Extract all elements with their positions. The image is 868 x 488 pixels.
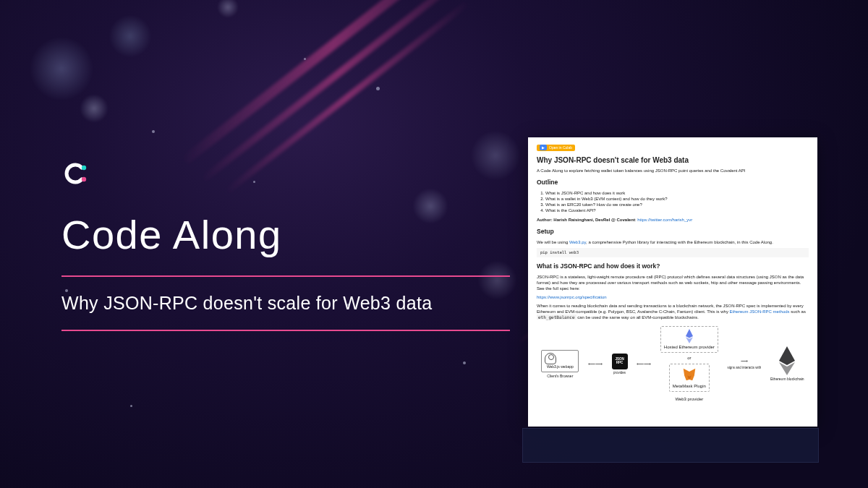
- arrow-icon: ⟵⟶: [637, 361, 651, 367]
- hosted-provider-box: Hosted Ethereum provider: [660, 326, 718, 353]
- doc-outline-list: What is JSON-RPC and how does it work Wh…: [545, 190, 809, 213]
- outline-item: What is JSON-RPC and how does it work: [545, 190, 809, 196]
- outline-item: What is a wallet in Web3 (EVM context) a…: [545, 196, 809, 202]
- svg-point-0: [82, 166, 86, 170]
- outline-item: What is an ERC20 token? How do we create…: [545, 202, 809, 207]
- divider: [61, 275, 510, 277]
- doc-outline-heading: Outline: [537, 179, 809, 187]
- eth-methods-link[interactable]: Ethereum JSON-RPC methods: [730, 309, 790, 314]
- arrow-icon: ⟶: [741, 358, 748, 364]
- doc-author: Author: Harish Raisinghani, DevRel @ Cov…: [537, 217, 809, 223]
- hero-content: Code Along Why JSON-RPC doesn't scale fo…: [61, 159, 510, 347]
- colab-badge[interactable]: Open in Colab: [537, 145, 575, 151]
- bottom-panel: [522, 428, 819, 463]
- metamask-icon: [681, 367, 697, 382]
- doc-setup-heading: Setup: [537, 228, 809, 236]
- ethereum-icon: [684, 329, 694, 343]
- user-icon: [545, 353, 556, 364]
- document-preview: Open in Colab Why JSON-RPC doesn't scale…: [528, 137, 817, 427]
- code-block: pip install web3: [537, 248, 809, 257]
- browser-box: Web3.js webapp: [541, 350, 579, 372]
- arrow-icon: ⟵⟶: [588, 361, 603, 367]
- json-rpc-icon: JSON RPC: [612, 354, 628, 369]
- outline-item: What is the Covalent API?: [545, 207, 809, 213]
- divider: [61, 330, 510, 331]
- svg-point-1: [82, 177, 86, 181]
- covalent-logo-icon: [61, 159, 90, 188]
- hero-subtitle: Why JSON-RPC doesn't scale for Web3 data: [61, 293, 510, 314]
- doc-what-heading: What is JSON-RPC and how does it work?: [537, 262, 809, 270]
- web3py-link[interactable]: Web3.py: [569, 240, 586, 244]
- doc-what-p1: JSON-RPC is a stateless, light-weight re…: [537, 274, 809, 291]
- doc-title: Why JSON-RPC doesn't scale for Web3 data: [537, 155, 809, 166]
- metamask-box: MetaMask Plugin: [669, 364, 710, 392]
- hero-title: Code Along: [61, 211, 510, 258]
- author-link[interactable]: https://twitter.com/harish_yvr: [637, 218, 692, 222]
- spec-link[interactable]: https://www.jsonrpc.org/specification: [537, 295, 607, 299]
- architecture-diagram: Web3.js webapp Client's Browser ⟵⟶ JSON …: [537, 326, 809, 401]
- doc-setup-text: We will be using Web3.py, a comprehensiv…: [537, 239, 809, 245]
- doc-what-p2: When it comes to reading blockchain data…: [537, 303, 809, 320]
- ethereum-icon: [778, 346, 796, 375]
- doc-intro: A Code Along to explore fetching wallet …: [537, 168, 809, 174]
